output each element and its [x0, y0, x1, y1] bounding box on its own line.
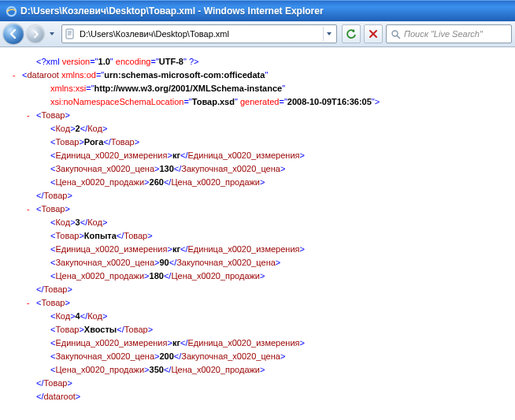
stop-button[interactable] [364, 24, 383, 43]
item-unit: <Единица_x0020_измерения>кг</Единица_x00… [22, 149, 515, 162]
collapse-toggle[interactable]: - [27, 109, 30, 122]
item-open: -<Товар> [22, 203, 515, 216]
item-close: </Товар> [22, 283, 515, 296]
forward-button[interactable] [27, 25, 44, 43]
item-sell: <Цена_x0020_продажи>180</Цена_x0020_прод… [22, 269, 515, 283]
item-name: <Товар>Копыта</Товар> [22, 229, 515, 243]
item-close: </Товар> [22, 189, 515, 203]
nav-history-dropdown[interactable] [47, 24, 57, 44]
item-close: </Товар> [22, 377, 515, 390]
root-close: </dataroot> [22, 390, 515, 403]
item-code: <Код>4</Код> [22, 310, 515, 323]
collapse-toggle[interactable]: - [27, 296, 30, 310]
address-bar[interactable]: D:\Users\Козлевич\Desktop\Товар.xml [61, 24, 337, 43]
refresh-button[interactable] [342, 24, 361, 43]
search-icon [390, 28, 401, 39]
toolbar: D:\Users\Козлевич\Desktop\Товар.xml Поис… [0, 21, 515, 47]
collapse-toggle[interactable]: - [27, 203, 30, 216]
address-dropdown[interactable] [323, 27, 335, 41]
item-sell: <Цена_x0020_продажи>260</Цена_x0020_прод… [22, 176, 515, 189]
root-open: - <dataroot xmlns:od="urn:schemas-micros… [22, 69, 515, 82]
item-sell: <Цена_x0020_продажи>350</Цена_x0020_прод… [22, 363, 515, 377]
root-attr-loc: xsi:noNamespaceSchemaLocation="Товар.xsd… [22, 95, 515, 109]
item-name: <Товар>Хвосты</Товар> [22, 323, 515, 336]
item-code: <Код>2</Код> [22, 122, 515, 136]
item-unit: <Единица_x0020_измерения>кг</Единица_x00… [22, 243, 515, 256]
back-button[interactable] [3, 24, 24, 44]
svg-rect-1 [66, 29, 73, 39]
item-open: -<Товар> [22, 296, 515, 310]
search-placeholder: Поиск "Live Search" [404, 29, 508, 39]
item-buy: <Закупочная_x0020_цена>130</Закупочная_x… [22, 162, 515, 176]
item-open: -<Товар> [22, 109, 515, 122]
address-text: D:\Users\Козлевич\Desktop\Товар.xml [80, 29, 320, 39]
xml-declaration: <?xml version="1.0" encoding="UTF-8" ?> [22, 55, 515, 69]
search-bar[interactable]: Поиск "Live Search" [386, 24, 512, 43]
ie-icon [5, 5, 17, 17]
xml-document-view: <?xml version="1.0" encoding="UTF-8" ?> … [0, 47, 515, 420]
window-titlebar: D:\Users\Козлевич\Desktop\Товар.xml - Wi… [0, 0, 515, 21]
item-name: <Товар>Рога</Товар> [22, 136, 515, 149]
item-buy: <Закупочная_x0020_цена>200</Закупочная_x… [22, 350, 515, 363]
window-title: D:\Users\Козлевич\Desktop\Товар.xml - Wi… [20, 6, 324, 17]
item-buy: <Закупочная_x0020_цена>90</Закупочная_x0… [22, 256, 515, 269]
root-attr-xsi: xmlns:xsi="http://www.w3.org/2001/XMLSch… [22, 82, 515, 95]
item-code: <Код>3</Код> [22, 216, 515, 229]
collapse-toggle[interactable]: - [13, 69, 16, 82]
page-icon [64, 28, 76, 40]
item-unit: <Единица_x0020_измерения>кг</Единица_x00… [22, 336, 515, 350]
svg-line-3 [397, 35, 399, 38]
